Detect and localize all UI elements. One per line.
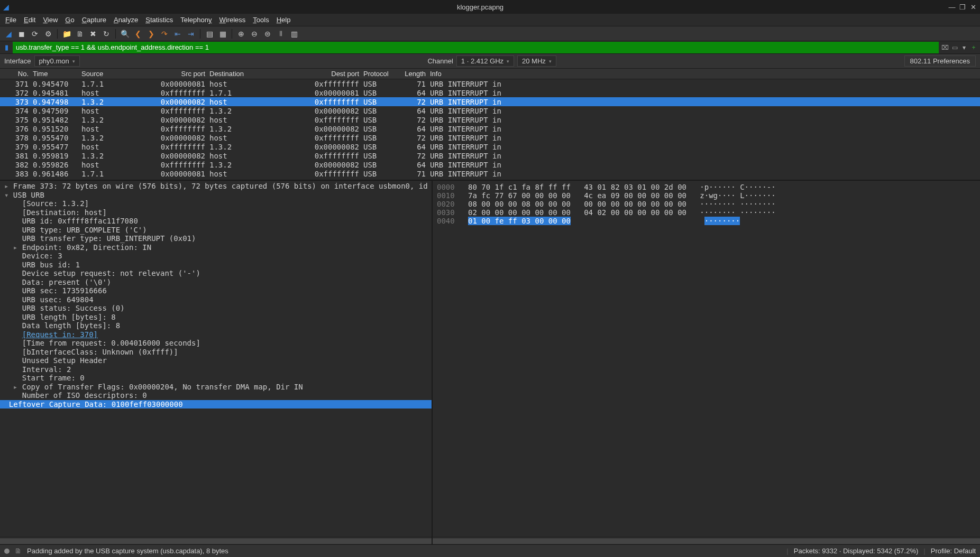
packet-row[interactable]: 3740.947509host0xffffffff 1.3.20x0000008…: [0, 106, 980, 115]
col-time: Time: [31, 70, 79, 78]
col-protocol: Protocol: [361, 70, 396, 78]
capture-file-properties-icon[interactable]: 🗎: [15, 547, 22, 555]
close-button[interactable]: ✕: [969, 3, 977, 11]
menu-capture[interactable]: Capture: [82, 16, 106, 24]
col-srcport: Src port: [143, 70, 207, 78]
wireshark-logo-icon: ◢: [3, 3, 9, 11]
resize-columns-icon[interactable]: ⫴: [276, 29, 286, 39]
menu-go[interactable]: Go: [65, 16, 74, 24]
wireless-toolbar: Interface phy0.mon Channel 1 · 2.412 GHz…: [0, 54, 980, 69]
packet-list-body[interactable]: 3710.9454701.7.10x00000081 host0xfffffff…: [0, 79, 980, 180]
packet-row[interactable]: 3840.961511host0xffffffff 1.7.10x0000008…: [0, 178, 980, 180]
status-profile[interactable]: Profile: Default: [931, 547, 976, 555]
colorize-icon[interactable]: ▦: [217, 29, 228, 39]
status-bar: 🗎 Padding added by the USB capture syste…: [0, 544, 980, 557]
menu-help[interactable]: Help: [277, 16, 291, 24]
packet-row[interactable]: 3820.959826host0xffffffff 1.3.20x0000008…: [0, 160, 980, 169]
packet-bytes-pane[interactable]: 0000 80 70 1f c1 fa 8f ff ff 43 01 82 03…: [433, 181, 980, 537]
maximize-button[interactable]: ❐: [959, 3, 966, 11]
go-back-icon[interactable]: ❮: [133, 29, 143, 39]
display-filter-bar: ▮ ⌧ ▭ ▾ +: [0, 41, 980, 54]
packet-details-pane[interactable]: Frame 373: 72 bytes on wire (576 bits), …: [0, 181, 433, 537]
col-source: Source: [79, 70, 143, 78]
display-filter-input[interactable]: [13, 42, 939, 53]
zoom-in-icon[interactable]: ⊕: [236, 29, 246, 39]
col-info: Info: [428, 70, 980, 78]
menu-telephony[interactable]: Telephony: [180, 16, 212, 24]
find-icon[interactable]: 🔍: [120, 29, 130, 39]
packet-row[interactable]: 3730.9474981.3.20x00000082 host0xfffffff…: [0, 97, 980, 106]
packet-row[interactable]: 3830.9614861.7.10x00000081 host0xfffffff…: [0, 169, 980, 178]
menu-analyze[interactable]: Analyze: [114, 16, 138, 24]
menu-wireless[interactable]: Wireless: [219, 16, 246, 24]
add-filter-button-icon[interactable]: +: [969, 43, 978, 52]
menu-bar: File Edit View Go Capture Analyze Statis…: [0, 14, 980, 26]
open-file-icon[interactable]: 📁: [61, 29, 72, 39]
zoom-out-icon[interactable]: ⊖: [249, 29, 260, 39]
menu-statistics[interactable]: Statistics: [145, 16, 173, 24]
horizontal-scrollbars[interactable]: [0, 537, 980, 544]
packet-row[interactable]: 3720.945481host0xffffffff 1.7.10x0000008…: [0, 88, 980, 97]
zoom-reset-icon[interactable]: ⊜: [262, 29, 273, 39]
go-forward-icon[interactable]: ❯: [146, 29, 157, 39]
reload-icon[interactable]: ↻: [101, 29, 112, 39]
packet-row[interactable]: 3810.9598191.3.20x00000082 host0xfffffff…: [0, 151, 980, 160]
packet-row[interactable]: 3790.955477host0xffffffff 1.3.20x0000008…: [0, 142, 980, 151]
interface-select[interactable]: phy0.mon: [34, 55, 80, 67]
go-last-icon[interactable]: ⇥: [186, 29, 196, 39]
packet-list-pane: No. Time Source Src port Destination Des…: [0, 69, 980, 181]
col-destination: Destination: [207, 70, 312, 78]
bookmark-filter-icon[interactable]: ▮: [2, 43, 11, 52]
apply-filter-icon[interactable]: ▭: [950, 43, 959, 52]
auto-scroll-icon[interactable]: ▤: [204, 29, 215, 39]
menu-tools[interactable]: Tools: [253, 16, 269, 24]
packet-list-header[interactable]: No. Time Source Src port Destination Des…: [0, 69, 980, 79]
go-first-icon[interactable]: ⇤: [172, 29, 183, 39]
save-file-icon[interactable]: 🗎: [75, 29, 85, 39]
close-file-icon[interactable]: ✖: [88, 29, 98, 39]
minimize-button[interactable]: —: [948, 3, 956, 11]
packet-row[interactable]: 3780.9554701.3.20x00000082 host0xfffffff…: [0, 133, 980, 142]
main-toolbar: ◢ ◼ ⟳ ⚙ 📁 🗎 ✖ ↻ 🔍 ❮ ❯ ↷ ⇤ ⇥ ▤ ▦ ⊕ ⊖ ⊜ ⫴ …: [0, 26, 980, 41]
interface-label: Interface: [4, 57, 31, 65]
menu-file[interactable]: File: [5, 16, 16, 24]
go-to-packet-icon[interactable]: ↷: [159, 29, 170, 39]
menu-view[interactable]: View: [43, 16, 58, 24]
packet-row[interactable]: 3750.9514821.3.20x00000082 host0xfffffff…: [0, 115, 980, 124]
window-title: klogger.pcapng: [12, 3, 948, 11]
channel-label: Channel: [427, 57, 453, 65]
channel-width-select[interactable]: 20 MHz: [517, 55, 556, 67]
packet-row[interactable]: 3710.9454701.7.10x00000081 host0xfffffff…: [0, 79, 980, 88]
clear-filter-icon[interactable]: ⌧: [941, 43, 949, 52]
filter-dropdown-icon[interactable]: ▾: [960, 43, 968, 52]
status-message: Padding added by the USB capture system …: [27, 547, 781, 555]
wireless-prefs-button[interactable]: 802.11 Preferences: [904, 55, 976, 67]
packet-row[interactable]: 3760.951520host0xffffffff 1.3.20x0000008…: [0, 124, 980, 133]
expert-info-icon[interactable]: [4, 549, 10, 554]
stop-capture-icon[interactable]: ◼: [16, 29, 27, 39]
col-no: No.: [0, 70, 31, 78]
restart-capture-icon[interactable]: ⟳: [30, 29, 40, 39]
capture-options-icon[interactable]: ⚙: [43, 29, 53, 39]
start-capture-icon[interactable]: ◢: [3, 29, 14, 39]
col-destport: Dest port: [312, 70, 361, 78]
col-length: Length: [396, 70, 428, 78]
title-bar: ◢ klogger.pcapng — ❐ ✕: [0, 0, 980, 14]
status-packet-stats: Packets: 9332 · Displayed: 5342 (57.2%): [794, 547, 919, 555]
layout-icon[interactable]: ▥: [289, 29, 299, 39]
channel-select[interactable]: 1 · 2.412 GHz: [456, 55, 514, 67]
menu-edit[interactable]: Edit: [24, 16, 35, 24]
